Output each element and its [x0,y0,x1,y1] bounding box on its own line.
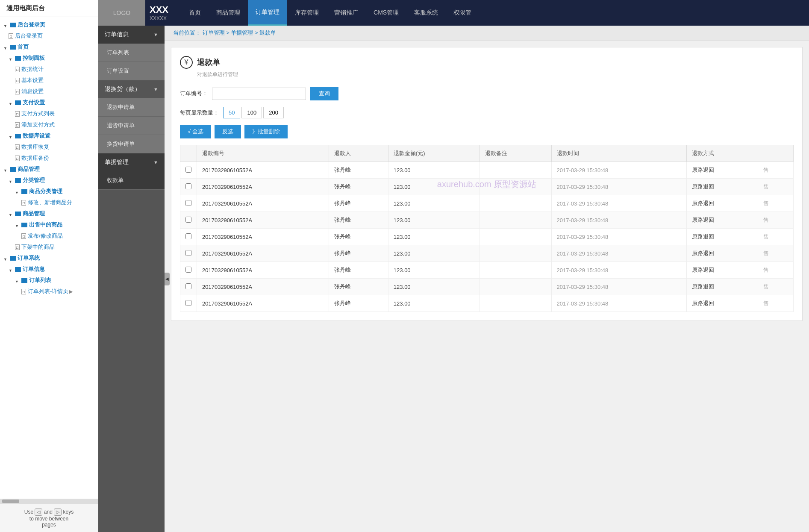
sidebar-item-label: 支付设置 [23,99,45,106]
row-person: 张丹峰 [329,245,388,262]
panel-toggle-button[interactable]: ◀ [165,273,170,285]
breadcrumb-doc-mgmt[interactable]: 单据管理 [231,29,253,36]
sidebar-item-label: 订单列表 [29,276,51,284]
table-row[interactable]: 201703290610552A 张丹峰 123.00 2017-03-29 1… [180,279,794,295]
page-size-200[interactable]: 200 [263,107,284,118]
folder-icon [15,134,21,138]
row-checkbox[interactable] [185,233,191,239]
row-remark [480,195,551,212]
row-checkbox-cell[interactable] [180,195,197,212]
row-checkbox[interactable] [185,250,191,256]
row-checkbox-cell[interactable] [180,262,197,279]
left-panel-header-documents[interactable]: 单据管理 ▼ [98,153,165,171]
sidebar-item-modify-category[interactable]: □ 修改、新增商品分 [0,197,98,208]
row-checkbox-cell[interactable] [180,162,197,179]
left-panel-item-return-apply[interactable]: 退货申请单 [98,117,165,135]
left-panel-section-order-info: 订单信息 ▼ 订单列表 订单设置 [98,26,165,80]
row-checkbox-cell[interactable] [180,179,197,195]
row-person: 张丹峰 [329,212,388,229]
invert-selection-button[interactable]: 反选 [215,125,241,138]
row-checkbox-cell[interactable] [180,245,197,262]
row-amount: 123.00 [388,245,480,262]
search-input[interactable] [212,88,306,100]
content-wrapper: 订单信息 ▼ 订单列表 订单设置 退换货（款） ▼ 退款申请单 退货申请单 换货… [98,26,809,532]
table-header-action [758,145,794,162]
sidebar-item-on-sale[interactable]: 出售中的商品 [0,219,98,230]
left-panel-header-order-info[interactable]: 订单信息 ▼ [98,26,165,44]
row-checkbox[interactable] [185,300,191,306]
page-size-100[interactable]: 100 [241,107,262,118]
nav-item-home[interactable]: 首页 [181,0,209,26]
left-panel-item-refund-apply[interactable]: 退款申请单 [98,98,165,117]
sidebar-item-msg-settings[interactable]: □ 消息设置 [0,86,98,97]
row-checkbox-cell[interactable] [180,229,197,245]
sidebar-item-basic-settings[interactable]: □ 基本设置 [0,75,98,86]
sidebar-item-backend-login-page[interactable]: □ 后台登录页 [0,30,98,41]
row-checkbox[interactable] [185,217,191,223]
row-checkbox[interactable] [185,283,191,289]
sidebar-item-category-mgmt[interactable]: 分类管理 [0,175,98,186]
row-checkbox[interactable] [185,183,191,189]
sidebar-item-dashboard[interactable]: 控制面板 [0,53,98,64]
nav-item-cms[interactable]: CMS管理 [366,0,406,26]
sidebar-horizontal-scroll[interactable] [0,499,98,504]
table-row[interactable]: 201703290610552A 张丹峰 123.00 2017-03-29 1… [180,195,794,212]
row-checkbox[interactable] [185,167,191,173]
row-checkbox-cell[interactable] [180,295,197,312]
row-checkbox[interactable] [185,200,191,206]
sidebar-item-data-stats[interactable]: □ 数据统计 [0,64,98,75]
sidebar-item-pay-methods[interactable]: □ 支付方式列表 [0,108,98,119]
row-refund-id: 201703290610552A [197,179,329,195]
nav-item-inventory[interactable]: 库存管理 [287,0,327,26]
breadcrumb-sep1: > [226,29,231,36]
logo-box: LOGO [98,0,145,26]
sidebar-item-off-shelf[interactable]: □ 下架中的商品 [0,241,98,253]
select-all-button[interactable]: √ 全选 [180,125,211,138]
query-button[interactable]: 查询 [310,87,338,100]
left-panel-item-receipts[interactable]: 收款单 [98,171,165,190]
left-panel-item-exchange-apply[interactable]: 换货申请单 [98,135,165,153]
sidebar-item-db-settings[interactable]: 数据库设置 [0,130,98,141]
breadcrumb-order-mgmt[interactable]: 订单管理 [203,29,225,36]
nav-item-goods[interactable]: 商品管理 [209,0,248,26]
nav-item-permissions[interactable]: 权限管 [446,0,479,26]
sidebar-item-goods-mgmt[interactable]: 商品管理 [0,164,98,175]
sidebar-item-db-backup[interactable]: □ 数据库备份 [0,153,98,164]
left-panel-header-refund[interactable]: 退换货（款） ▼ [98,80,165,98]
sidebar-item-order-info[interactable]: 订单信息 [0,264,98,275]
batch-delete-button[interactable]: 》批量删除 [244,125,288,138]
table-row[interactable]: 201703290610552A 张丹峰 123.00 2017-03-29 1… [180,179,794,195]
sidebar-item-publish-goods[interactable]: □ 发布/修改商品 [0,230,98,241]
sidebar-item-pay-settings[interactable]: 支付设置 [0,97,98,108]
left-panel-item-order-list[interactable]: 订单列表 [98,44,165,62]
table-row[interactable]: 201703290610552A 张丹峰 123.00 2017-03-29 1… [180,229,794,245]
left-panel-item-order-settings[interactable]: 订单设置 [98,62,165,80]
sidebar-item-order-system[interactable]: 订单系统 [0,253,98,264]
sidebar-item-order-list[interactable]: 订单列表 [0,275,98,286]
row-amount: 123.00 [388,229,480,245]
row-checkbox-cell[interactable] [180,279,197,295]
sidebar-item-goods-category[interactable]: 商品分类管理 [0,186,98,197]
row-person: 张丹峰 [329,262,388,279]
table-row[interactable]: 201703290610552A 张丹峰 123.00 2017-03-29 1… [180,295,794,312]
sidebar-item-label: 出售中的商品 [29,221,62,229]
row-refund-id: 201703290610552A [197,245,329,262]
row-checkbox[interactable] [185,267,191,273]
arrow-icon [9,267,14,272]
sidebar-item-goods-mgmt2[interactable]: 商品管理 [0,208,98,219]
page-size-50[interactable]: 50 [223,107,240,118]
nav-item-orders[interactable]: 订单管理 [248,0,287,26]
table-row[interactable]: 201703290610552A 张丹峰 123.00 2017-03-29 1… [180,262,794,279]
sidebar-item-order-detail[interactable]: □ 订单列表-详情页 ▶ [0,286,98,297]
row-refund-id: 201703290610552A [197,295,329,312]
sidebar-item-add-pay[interactable]: □ 添加支付方式 [0,119,98,130]
table-row[interactable]: 201703290610552A 张丹峰 123.00 2017-03-29 1… [180,245,794,262]
row-checkbox-cell[interactable] [180,212,197,229]
sidebar-item-backend-login[interactable]: 后台登录页 [0,19,98,30]
table-row[interactable]: 201703290610552A 张丹峰 123.00 2017-03-29 1… [180,212,794,229]
nav-item-service[interactable]: 客服系统 [406,0,446,26]
sidebar-item-home[interactable]: 首页 [0,41,98,53]
nav-item-marketing[interactable]: 营销推广 [327,0,366,26]
sidebar-item-db-recover[interactable]: □ 数据库恢复 [0,141,98,153]
table-row[interactable]: 201703290610552A 张丹峰 123.00 2017-03-29 1… [180,162,794,179]
